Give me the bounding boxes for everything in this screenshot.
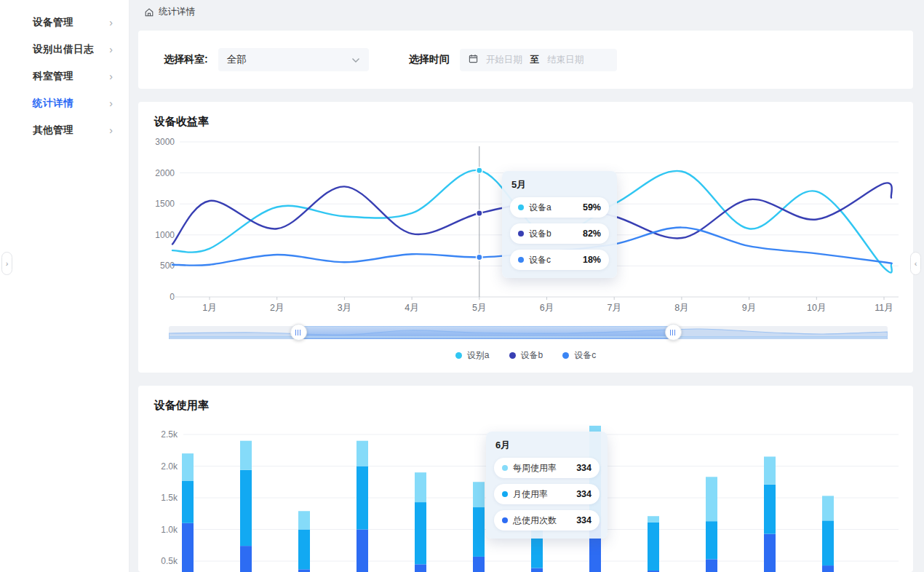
chevron-down-icon: [351, 53, 360, 66]
chart-zoom-slider[interactable]: [169, 326, 888, 339]
svg-text:8月: 8月: [674, 303, 688, 313]
svg-text:5月: 5月: [472, 303, 486, 313]
svg-text:4月: 4月: [405, 303, 418, 313]
end-date-placeholder[interactable]: 结束日期: [547, 54, 584, 66]
tooltip-row: 设备b82%: [510, 223, 609, 244]
svg-text:1.5k: 1.5k: [161, 493, 178, 503]
sidebar-item-department-management[interactable]: 科室管理 ›: [0, 63, 129, 90]
tooltip-title: 5月: [511, 178, 609, 191]
svg-text:2000: 2000: [155, 168, 175, 178]
sidebar-item-device-management[interactable]: 设备管理 ›: [0, 9, 129, 36]
tooltip-series-value: 18%: [583, 255, 601, 265]
tooltip-series-name: 设备c: [529, 254, 578, 266]
chevron-right-icon: ›: [6, 259, 9, 268]
sidebar-menu: 设备管理 › 设别出借日志 › 科室管理 › 统计详情 › 其他管理 ›: [0, 0, 129, 143]
usage-rate-card: 设备使用率 2.5k2.0k1.5k1.0k0.5k 6月 每周使用率334月使…: [138, 386, 913, 572]
sidebar-item-lending-log[interactable]: 设别出借日志 ›: [0, 36, 129, 63]
series-dot-icon: [518, 257, 524, 263]
date-range-separator: 至: [530, 54, 540, 66]
svg-text:2.0k: 2.0k: [161, 461, 178, 472]
sidebar-item-statistics-detail[interactable]: 统计详情 ›: [0, 90, 129, 116]
chevron-right-icon: ›: [109, 17, 113, 28]
sidebar: 设备管理 › 设别出借日志 › 科室管理 › 统计详情 › 其他管理 ›: [0, 0, 130, 572]
tooltip-series-value: 334: [576, 489, 592, 499]
tooltip-series-name: 月使用率: [513, 488, 571, 501]
calendar-icon: [469, 53, 478, 66]
home-icon: [144, 7, 154, 17]
series-dot-icon: [502, 491, 508, 497]
svg-text:500: 500: [160, 261, 175, 271]
legend-label: 设别a: [467, 349, 490, 362]
sidebar-item-other-management[interactable]: 其他管理 ›: [0, 116, 129, 143]
tooltip-series-name: 设备a: [529, 202, 578, 214]
tooltip-row: 设备c18%: [510, 250, 609, 270]
tooltip-row: 设备a59%: [510, 197, 609, 218]
line-chart-title: 设备收益率: [154, 115, 209, 129]
sidebar-expand-toggle[interactable]: ›: [1, 252, 12, 275]
tooltip-series-name: 设备b: [529, 228, 578, 240]
line-chart-legend: 设别a设备b设备c: [138, 349, 913, 362]
sidebar-item-label: 设别出借日志: [33, 43, 109, 56]
bar-chart-tooltip: 6月 每周使用率334月使用率334总使用次数334: [486, 432, 608, 539]
chevron-left-icon: ‹: [915, 259, 917, 268]
start-date-placeholder[interactable]: 开始日期: [486, 54, 522, 66]
svg-text:3月: 3月: [338, 303, 351, 313]
series-dot-icon: [502, 517, 508, 523]
chevron-right-icon: ›: [109, 71, 113, 82]
sidebar-item-label: 科室管理: [33, 70, 109, 83]
breadcrumb: 统计详情: [144, 0, 195, 24]
sidebar-item-label: 设备管理: [33, 16, 109, 29]
svg-text:0.5k: 0.5k: [161, 556, 178, 566]
svg-text:11月: 11月: [875, 303, 893, 313]
legend-dot-icon: [455, 352, 462, 359]
svg-text:2.5k: 2.5k: [161, 429, 178, 440]
series-dot-icon: [502, 465, 508, 471]
legend-item[interactable]: 设备b: [509, 349, 543, 362]
svg-text:10月: 10月: [807, 303, 826, 313]
svg-text:1月: 1月: [202, 303, 216, 313]
zoom-slider-right-handle[interactable]: [665, 324, 682, 341]
svg-text:1500: 1500: [155, 199, 175, 209]
bar-chart-title: 设备使用率: [154, 399, 209, 413]
tooltip-series-name: 总使用次数: [513, 515, 571, 527]
svg-text:3000: 3000: [155, 137, 175, 147]
svg-text:1000: 1000: [155, 230, 175, 240]
legend-item[interactable]: 设别a: [455, 349, 490, 362]
department-select-value: 全部: [227, 53, 351, 66]
tooltip-series-value: 334: [576, 515, 592, 525]
series-dot-icon: [518, 204, 524, 210]
tooltip-row: 总使用次数334: [494, 510, 600, 531]
drag-grip-icon: [295, 330, 301, 335]
date-range-picker[interactable]: 开始日期 至 结束日期: [460, 49, 617, 71]
line-chart-tooltip: 5月 设备a59%设备b82%设备c18%: [502, 171, 617, 278]
tooltip-title: 6月: [495, 439, 600, 452]
department-select[interactable]: 全部: [218, 48, 369, 71]
svg-text:1.0k: 1.0k: [161, 525, 178, 535]
tooltip-series-value: 334: [576, 463, 592, 473]
tooltip-row: 每周使用率334: [494, 458, 600, 478]
svg-text:6月: 6月: [540, 303, 554, 313]
svg-text:7月: 7月: [607, 303, 621, 313]
legend-label: 设备c: [574, 349, 596, 362]
chevron-right-icon: ›: [109, 98, 113, 109]
series-dot-icon: [518, 231, 524, 237]
tooltip-row: 月使用率334: [494, 484, 600, 504]
revenue-rate-card: 设备收益率 300020001500100050001月2月3月4月5月6月7月…: [138, 102, 913, 373]
department-filter-label: 选择科室:: [164, 53, 208, 66]
sidebar-item-label: 其他管理: [33, 124, 109, 137]
chevron-right-icon: ›: [109, 44, 113, 55]
legend-item[interactable]: 设备c: [562, 349, 596, 362]
statistics-page: 设备管理 › 设别出借日志 › 科室管理 › 统计详情 › 其他管理 › › ‹: [0, 0, 924, 572]
panel-collapse-toggle[interactable]: ‹: [910, 252, 921, 275]
svg-text:2月: 2月: [270, 303, 284, 313]
zoom-slider-left-handle[interactable]: [290, 324, 307, 341]
legend-dot-icon: [509, 352, 516, 359]
filter-bar: 选择科室: 全部 选择时间 开始日期 至 结束日期: [138, 31, 913, 89]
tooltip-series-value: 82%: [583, 229, 601, 239]
svg-text:9月: 9月: [742, 303, 756, 313]
breadcrumb-label[interactable]: 统计详情: [159, 6, 195, 18]
sidebar-item-label: 统计详情: [33, 97, 109, 110]
legend-dot-icon: [562, 352, 569, 359]
drag-grip-icon: [670, 330, 676, 335]
legend-label: 设备b: [521, 349, 543, 362]
